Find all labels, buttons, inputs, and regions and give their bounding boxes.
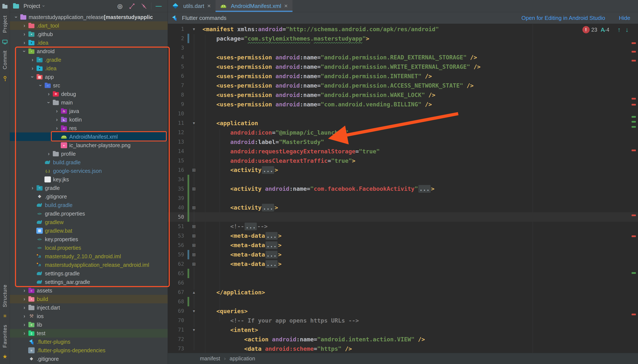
code-line-14[interactable]: 14 android:requestLegacyExternalStorage=… xyxy=(168,146,638,156)
fold-marker-icon[interactable]: ⊞ xyxy=(189,252,199,257)
code-line-73[interactable]: 73 <data android:scheme="https" /> xyxy=(168,344,638,353)
tree-item-local.properties[interactable]: </>local.properties xyxy=(10,244,168,252)
ribbon-tab-structure[interactable]: Structure xyxy=(2,284,8,307)
locate-target-icon[interactable]: ◎ xyxy=(117,3,123,9)
tree-item-.github[interactable]: ›●.github xyxy=(10,30,168,38)
code-line-16[interactable]: 16⊞ <activity...> xyxy=(168,165,638,175)
ribbon-tab-favorites[interactable]: Favorites xyxy=(2,325,8,348)
error-stripe-mark[interactable] xyxy=(631,214,636,216)
code-line-1[interactable]: 1▾<manifest xmlns:android="http://schema… xyxy=(168,24,638,34)
tree-item-gradle[interactable]: ›~gradle xyxy=(10,184,168,192)
tab-utils-dart[interactable]: utils.dart × xyxy=(168,0,215,12)
fold-marker-icon[interactable]: ▾ xyxy=(189,120,199,126)
chevron-right-icon[interactable]: › xyxy=(21,31,28,37)
code-line-40[interactable]: 40⊞ <activity...> xyxy=(168,203,638,212)
code-line-8[interactable]: 8 <uses-permission android:name="android… xyxy=(168,90,638,100)
tree-item-ic_launcher-playstore.png[interactable]: ▲ic_launcher-playstore.png xyxy=(10,141,168,150)
chevron-right-icon[interactable]: › xyxy=(29,185,36,191)
tree-item-google-services.json[interactable]: {..}google-services.json xyxy=(10,166,168,175)
code-line-39[interactable]: 39 xyxy=(168,194,638,203)
code-line-56[interactable]: 56⊞ <meta-data...> xyxy=(168,240,638,250)
code-lines[interactable]: 1▾<manifest xmlns:android="http://schema… xyxy=(168,24,638,353)
chevron-right-icon[interactable]: › xyxy=(53,125,61,131)
tree-item-masterstudyapplication_release_android.iml[interactable]: JImasterstudyapplication_release_android… xyxy=(10,260,168,269)
close-icon[interactable]: × xyxy=(284,2,287,10)
tree-item-key.jks[interactable]: key.jks xyxy=(10,175,168,184)
tree-item-src[interactable]: ›‹›src xyxy=(10,81,168,90)
tree-item-.gitignore[interactable]: ❖.gitignore xyxy=(10,354,168,363)
tab-androidmanifest-xml[interactable]: AndroidManifest.xml × xyxy=(215,0,292,12)
folded-region-chip[interactable]: ... xyxy=(262,204,274,212)
folded-region-chip[interactable]: ... xyxy=(265,242,278,249)
tree-item-.flutter-plugins[interactable]: .flutter-plugins xyxy=(10,338,168,346)
chevron-right-icon[interactable]: › xyxy=(21,288,28,294)
code-line-68[interactable]: 68 xyxy=(168,297,638,306)
tree-item-key.properties[interactable]: </>key.properties xyxy=(10,235,168,244)
error-stripe-mark[interactable] xyxy=(631,42,636,44)
code-line-65[interactable]: 65 xyxy=(168,269,638,278)
tree-item-build[interactable]: ›●build xyxy=(10,295,168,303)
fold-marker-icon[interactable]: ▾ xyxy=(189,308,199,314)
breadcrumb-manifest[interactable]: manifest xyxy=(200,356,220,362)
chevron-right-icon[interactable]: › xyxy=(45,91,53,97)
tree-item-settings_aar.gradle[interactable]: settings_aar.gradle xyxy=(10,278,168,286)
code-line-34[interactable]: 34 xyxy=(168,175,638,184)
error-stripe[interactable] xyxy=(631,24,636,353)
folded-region-chip[interactable]: ... xyxy=(418,185,431,193)
error-badge-icon[interactable]: ! xyxy=(582,26,590,33)
folded-region-chip[interactable]: ... xyxy=(265,260,278,268)
code-line-35[interactable]: 35⊞ <activity android:name="com.facebook… xyxy=(168,184,638,194)
code-line-13[interactable]: 13 android:label="MasterStudy" xyxy=(168,137,638,146)
error-stripe-mark[interactable] xyxy=(631,150,636,151)
code-line-53[interactable]: 53⊞ <meta-data...> xyxy=(168,231,638,240)
ok-stripe-mark[interactable] xyxy=(631,116,636,118)
ok-stripe-mark[interactable] xyxy=(631,126,636,128)
fold-marker-icon[interactable]: ⊞ xyxy=(189,186,199,192)
folded-region-chip[interactable]: ... xyxy=(262,166,274,174)
tree-item-.gitignore[interactable]: ❖.gitignore xyxy=(10,192,168,201)
code-line-59[interactable]: 59⊞ <meta-data...> xyxy=(168,250,638,259)
chevron-right-icon[interactable]: › xyxy=(21,322,28,328)
code-line-12[interactable]: 12 android:icon="@mipmap/ic_launcher" xyxy=(168,128,638,137)
code-line-66[interactable]: 66 xyxy=(168,278,638,288)
hide-panel-icon[interactable]: — xyxy=(156,3,162,9)
tree-item-gradle.properties[interactable]: </>gradle.properties xyxy=(10,209,168,218)
ribbon-tab-commit[interactable]: Commit xyxy=(2,50,8,70)
tree-item-.idea[interactable]: ›▪.idea xyxy=(10,64,168,73)
chevron-right-icon[interactable]: › xyxy=(21,330,28,336)
tree-item-java[interactable]: ›♨java xyxy=(10,107,168,115)
code-line-11[interactable]: 11▾ <application xyxy=(168,118,638,128)
chevron-right-icon[interactable]: › xyxy=(45,151,53,157)
chevron-down-icon[interactable]: › xyxy=(13,13,19,21)
tree-item-assets[interactable]: ›≡assets xyxy=(10,286,168,295)
chevron-right-icon[interactable]: › xyxy=(21,40,28,46)
tree-item-app[interactable]: ›▦app xyxy=(10,73,168,81)
tree-item-gradlew.bat[interactable]: ⊞gradlew.bat xyxy=(10,226,168,235)
project-view-title[interactable]: Project xyxy=(24,3,40,9)
error-stripe-mark[interactable] xyxy=(631,314,636,315)
code-line-70[interactable]: 70 <!-- If your app opens https URLs --> xyxy=(168,316,638,325)
chevron-down-icon[interactable]: › xyxy=(38,82,44,89)
structure-icon[interactable]: ≡ xyxy=(2,313,8,319)
ok-stripe-mark[interactable] xyxy=(631,272,636,274)
tree-item-test[interactable]: ›▯test xyxy=(10,329,168,338)
chevron-down-icon[interactable]: › xyxy=(46,99,52,106)
code-line-51[interactable]: 51⊞ <!--...--> xyxy=(168,222,638,231)
code-line-10[interactable]: 10 xyxy=(168,109,638,118)
tree-item-build.gradle[interactable]: build.gradle xyxy=(10,201,168,209)
typo-icon[interactable]: A xyxy=(600,26,605,33)
close-icon[interactable]: × xyxy=(207,2,211,10)
fold-marker-icon[interactable]: ⊞ xyxy=(189,224,199,229)
fold-marker-icon[interactable]: ⊞ xyxy=(189,262,199,266)
tree-item-inject.dart[interactable]: ›inject.dart xyxy=(10,303,168,312)
tree-item-android[interactable]: ›●android xyxy=(10,47,168,56)
chevron-right-icon[interactable]: › xyxy=(21,23,28,28)
chevron-right-icon[interactable]: › xyxy=(29,65,36,71)
fold-marker-icon[interactable]: ⊞ xyxy=(189,233,199,238)
chevron-right-icon[interactable]: › xyxy=(21,304,28,310)
tree-item-.idea[interactable]: ›▪.idea xyxy=(10,38,168,47)
tree-item-ios[interactable]: ›⚒ios xyxy=(10,312,168,320)
code-line-69[interactable]: 69▾ <queries> xyxy=(168,306,638,316)
tree-item-gradlew[interactable]: gradlew xyxy=(10,218,168,226)
code-line-3[interactable]: 3 xyxy=(168,43,638,52)
